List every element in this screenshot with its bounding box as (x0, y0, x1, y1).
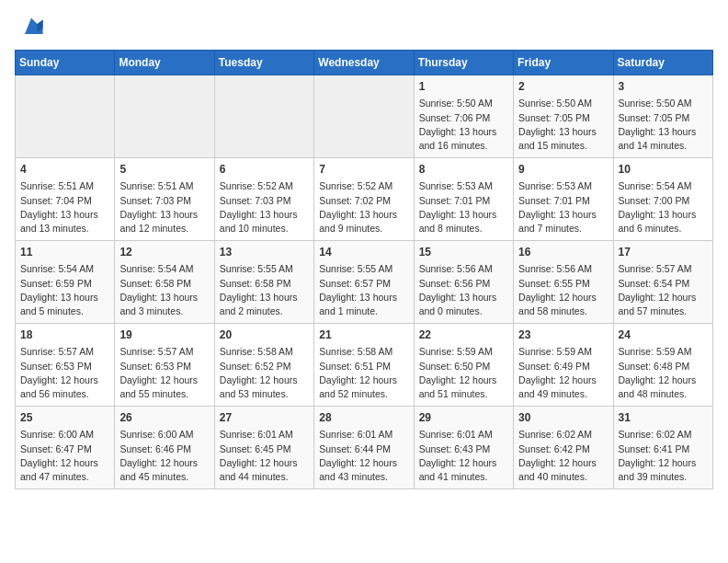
day-info: Sunrise: 6:01 AM Sunset: 6:43 PM Dayligh… (419, 428, 508, 484)
day-info: Sunrise: 5:55 AM Sunset: 6:57 PM Dayligh… (319, 262, 408, 318)
day-info: Sunrise: 6:02 AM Sunset: 6:41 PM Dayligh… (619, 428, 708, 484)
calendar-cell: 5Sunrise: 5:51 AM Sunset: 7:03 PM Daylig… (115, 158, 214, 241)
day-number: 31 (619, 410, 708, 426)
day-info: Sunrise: 5:57 AM Sunset: 6:53 PM Dayligh… (119, 345, 209, 401)
day-number: 24 (619, 327, 708, 343)
calendar-cell: 9Sunrise: 5:53 AM Sunset: 7:01 PM Daylig… (514, 158, 613, 241)
calendar-cell: 13Sunrise: 5:55 AM Sunset: 6:58 PM Dayli… (214, 241, 313, 324)
calendar-cell: 28Sunrise: 6:01 AM Sunset: 6:44 PM Dayli… (314, 407, 414, 489)
header-monday: Monday (115, 51, 214, 75)
day-info: Sunrise: 5:59 AM Sunset: 6:49 PM Dayligh… (518, 345, 608, 401)
header-sunday: Sunday (16, 51, 115, 75)
day-info: Sunrise: 5:51 AM Sunset: 7:03 PM Dayligh… (119, 179, 209, 236)
day-info: Sunrise: 6:00 AM Sunset: 6:46 PM Dayligh… (119, 428, 209, 484)
day-number: 5 (119, 162, 209, 178)
calendar-cell (115, 75, 214, 158)
day-info: Sunrise: 6:00 AM Sunset: 6:47 PM Dayligh… (20, 428, 109, 484)
day-info: Sunrise: 5:50 AM Sunset: 7:05 PM Dayligh… (619, 97, 708, 153)
page-header (15, 15, 713, 40)
calendar-week-row: 18Sunrise: 5:57 AM Sunset: 6:53 PM Dayli… (16, 324, 713, 407)
day-info: Sunrise: 6:01 AM Sunset: 6:45 PM Dayligh… (220, 428, 309, 484)
calendar-cell: 14Sunrise: 5:55 AM Sunset: 6:57 PM Dayli… (314, 241, 414, 324)
calendar-cell: 11Sunrise: 5:54 AM Sunset: 6:59 PM Dayli… (16, 241, 115, 324)
day-info: Sunrise: 5:59 AM Sunset: 6:50 PM Dayligh… (419, 345, 508, 401)
day-info: Sunrise: 6:02 AM Sunset: 6:42 PM Dayligh… (518, 428, 608, 484)
day-number: 25 (20, 410, 109, 426)
calendar-cell: 10Sunrise: 5:54 AM Sunset: 7:00 PM Dayli… (613, 158, 712, 241)
day-number: 21 (319, 327, 408, 343)
day-number: 12 (119, 245, 209, 260)
calendar-cell: 29Sunrise: 6:01 AM Sunset: 6:43 PM Dayli… (414, 407, 513, 489)
day-info: Sunrise: 5:56 AM Sunset: 6:56 PM Dayligh… (419, 262, 508, 318)
day-number: 8 (419, 162, 508, 178)
day-number: 2 (518, 79, 608, 95)
day-number: 3 (619, 79, 708, 95)
calendar-cell: 17Sunrise: 5:57 AM Sunset: 6:54 PM Dayli… (613, 241, 712, 324)
day-number: 17 (619, 245, 708, 260)
day-info: Sunrise: 6:01 AM Sunset: 6:44 PM Dayligh… (319, 428, 408, 484)
logo (15, 15, 44, 40)
day-number: 1 (419, 79, 508, 95)
day-number: 28 (319, 410, 408, 426)
day-info: Sunrise: 5:59 AM Sunset: 6:48 PM Dayligh… (619, 345, 708, 401)
calendar-cell: 24Sunrise: 5:59 AM Sunset: 6:48 PM Dayli… (613, 324, 712, 407)
calendar-cell: 3Sunrise: 5:50 AM Sunset: 7:05 PM Daylig… (613, 75, 712, 158)
day-info: Sunrise: 5:54 AM Sunset: 6:58 PM Dayligh… (119, 262, 209, 318)
calendar-header-row: SundayMondayTuesdayWednesdayThursdayFrid… (16, 51, 713, 75)
calendar-cell: 18Sunrise: 5:57 AM Sunset: 6:53 PM Dayli… (16, 324, 115, 407)
calendar-cell: 7Sunrise: 5:52 AM Sunset: 7:02 PM Daylig… (314, 158, 414, 241)
calendar-cell: 21Sunrise: 5:58 AM Sunset: 6:51 PM Dayli… (314, 324, 414, 407)
day-info: Sunrise: 5:54 AM Sunset: 6:59 PM Dayligh… (20, 262, 109, 318)
calendar-cell: 12Sunrise: 5:54 AM Sunset: 6:58 PM Dayli… (115, 241, 214, 324)
day-info: Sunrise: 5:50 AM Sunset: 7:06 PM Dayligh… (419, 97, 508, 153)
day-number: 30 (518, 410, 608, 426)
day-number: 9 (518, 162, 608, 178)
day-number: 16 (518, 245, 608, 260)
calendar-cell: 6Sunrise: 5:52 AM Sunset: 7:03 PM Daylig… (214, 158, 313, 241)
day-number: 26 (119, 410, 209, 426)
day-number: 19 (119, 327, 209, 343)
day-number: 10 (619, 162, 708, 178)
calendar-cell: 1Sunrise: 5:50 AM Sunset: 7:06 PM Daylig… (414, 75, 513, 158)
calendar-table: SundayMondayTuesdayWednesdayThursdayFrid… (15, 50, 713, 489)
calendar-cell: 16Sunrise: 5:56 AM Sunset: 6:55 PM Dayli… (514, 241, 613, 324)
calendar-cell: 22Sunrise: 5:59 AM Sunset: 6:50 PM Dayli… (414, 324, 513, 407)
day-info: Sunrise: 5:56 AM Sunset: 6:55 PM Dayligh… (518, 262, 608, 318)
header-saturday: Saturday (613, 51, 712, 75)
day-number: 22 (419, 327, 508, 343)
calendar-cell (214, 75, 313, 158)
day-number: 29 (419, 410, 508, 426)
calendar-cell: 25Sunrise: 6:00 AM Sunset: 6:47 PM Dayli… (16, 407, 115, 489)
calendar-cell (314, 75, 414, 158)
calendar-week-row: 11Sunrise: 5:54 AM Sunset: 6:59 PM Dayli… (16, 241, 713, 324)
calendar-cell: 8Sunrise: 5:53 AM Sunset: 7:01 PM Daylig… (414, 158, 513, 241)
day-info: Sunrise: 5:54 AM Sunset: 7:00 PM Dayligh… (619, 179, 708, 236)
logo-icon (18, 15, 44, 40)
day-number: 13 (220, 245, 309, 260)
day-info: Sunrise: 5:53 AM Sunset: 7:01 PM Dayligh… (518, 179, 608, 236)
calendar-cell: 4Sunrise: 5:51 AM Sunset: 7:04 PM Daylig… (16, 158, 115, 241)
day-number: 14 (319, 245, 408, 260)
header-wednesday: Wednesday (314, 51, 414, 75)
day-info: Sunrise: 5:55 AM Sunset: 6:58 PM Dayligh… (220, 262, 309, 318)
calendar-cell: 15Sunrise: 5:56 AM Sunset: 6:56 PM Dayli… (414, 241, 513, 324)
day-number: 27 (220, 410, 309, 426)
calendar-cell: 30Sunrise: 6:02 AM Sunset: 6:42 PM Dayli… (514, 407, 613, 489)
header-friday: Friday (514, 51, 613, 75)
calendar-cell (16, 75, 115, 158)
calendar-cell: 20Sunrise: 5:58 AM Sunset: 6:52 PM Dayli… (214, 324, 313, 407)
day-number: 4 (20, 162, 109, 178)
day-number: 11 (20, 245, 109, 260)
day-number: 18 (20, 327, 109, 343)
day-info: Sunrise: 5:58 AM Sunset: 6:51 PM Dayligh… (319, 345, 408, 401)
day-number: 15 (419, 245, 508, 260)
day-number: 7 (319, 162, 408, 178)
day-info: Sunrise: 5:52 AM Sunset: 7:02 PM Dayligh… (319, 179, 408, 236)
calendar-cell: 23Sunrise: 5:59 AM Sunset: 6:49 PM Dayli… (514, 324, 613, 407)
calendar-cell: 26Sunrise: 6:00 AM Sunset: 6:46 PM Dayli… (115, 407, 214, 489)
calendar-cell: 19Sunrise: 5:57 AM Sunset: 6:53 PM Dayli… (115, 324, 214, 407)
day-info: Sunrise: 5:53 AM Sunset: 7:01 PM Dayligh… (419, 179, 508, 236)
day-info: Sunrise: 5:57 AM Sunset: 6:54 PM Dayligh… (619, 262, 708, 318)
calendar-week-row: 4Sunrise: 5:51 AM Sunset: 7:04 PM Daylig… (16, 158, 713, 241)
calendar-week-row: 25Sunrise: 6:00 AM Sunset: 6:47 PM Dayli… (16, 407, 713, 489)
